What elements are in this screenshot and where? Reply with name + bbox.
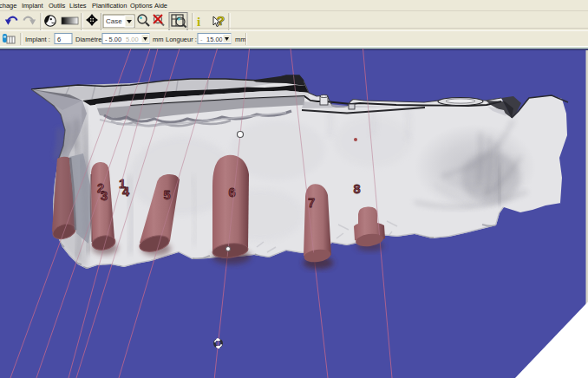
svg-text:mm: mm: [235, 36, 246, 43]
svg-text:5: 5: [164, 188, 171, 202]
svg-text:4: 4: [122, 185, 129, 199]
svg-text:15.00: 15.00: [206, 36, 223, 43]
svg-text:i: i: [197, 15, 200, 29]
svg-text:5.00: 5.00: [126, 36, 139, 43]
svg-text:- 5.00: - 5.00: [105, 36, 121, 43]
svg-text:Case: Case: [106, 17, 122, 25]
svg-text:6: 6: [57, 36, 61, 43]
svg-text:mm: mm: [153, 36, 164, 43]
svg-text:Diamètre :: Diamètre :: [75, 36, 106, 43]
svg-text:8: 8: [354, 182, 361, 196]
svg-text:Implant :: Implant :: [25, 36, 50, 43]
svg-text:3: 3: [101, 189, 108, 203]
svg-text:?: ?: [217, 13, 225, 28]
svg-text:Longueur :: Longueur :: [166, 36, 197, 43]
